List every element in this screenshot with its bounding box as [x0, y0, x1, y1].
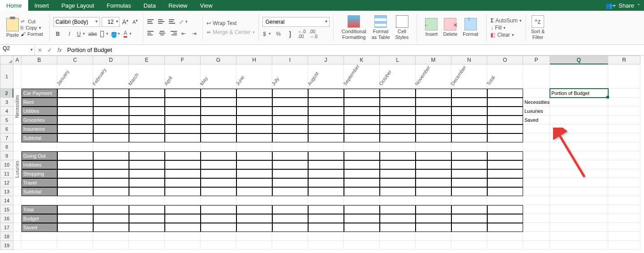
cell-Q10[interactable]	[550, 160, 608, 169]
cell-P9[interactable]	[523, 151, 550, 160]
cell-M15[interactable]	[416, 205, 451, 214]
cell-L6[interactable]	[380, 124, 416, 133]
cell-C4[interactable]	[57, 107, 93, 116]
cell-R1[interactable]	[608, 64, 640, 89]
cell-H10[interactable]	[236, 160, 272, 169]
cell-C6[interactable]	[57, 124, 93, 133]
cell-D7[interactable]	[93, 133, 129, 142]
cell-A12[interactable]	[13, 178, 21, 187]
cell-L3[interactable]	[380, 98, 416, 107]
cell-R19[interactable]	[608, 241, 640, 250]
cell-D3[interactable]	[93, 98, 129, 107]
cell-O15[interactable]	[487, 205, 523, 214]
cell-I13[interactable]	[272, 187, 308, 196]
cell-G3[interactable]	[201, 98, 236, 107]
cell-E7[interactable]	[129, 133, 165, 142]
decrease-decimal-button[interactable]: .00→.0	[309, 30, 318, 39]
col-header-J[interactable]: J	[308, 56, 344, 64]
cell-L4[interactable]	[380, 107, 416, 116]
cell-R14[interactable]	[608, 196, 640, 205]
cell-styles-button[interactable]: Cell Styles	[394, 15, 411, 39]
insert-cells-button[interactable]: ←Insert	[423, 18, 439, 37]
increase-font-button[interactable]: A▴	[121, 17, 129, 27]
cell-B19[interactable]	[21, 241, 57, 250]
cell-C16[interactable]	[57, 214, 93, 223]
cell-B12[interactable]: Travel	[21, 178, 57, 187]
cell-O8[interactable]	[487, 142, 523, 151]
row-header-9[interactable]: 9	[0, 151, 13, 160]
cell-N3[interactable]	[451, 98, 487, 107]
tab-insert[interactable]: Insert	[28, 0, 56, 11]
cell-M18[interactable]	[416, 232, 451, 241]
tab-page-layout[interactable]: Page Layout	[55, 0, 100, 11]
cell-L12[interactable]	[380, 178, 416, 187]
cell-C15[interactable]	[57, 205, 93, 214]
cell-K1[interactable]: September	[344, 64, 380, 89]
cell-K18[interactable]	[344, 232, 380, 241]
cell-Q13[interactable]	[550, 187, 608, 196]
clear-button[interactable]: ◧Clear ▾	[490, 32, 522, 38]
cell-C18[interactable]	[57, 232, 93, 241]
formula-input[interactable]	[64, 47, 644, 53]
cell-O12[interactable]	[487, 178, 523, 187]
cell-H1[interactable]: June	[236, 64, 272, 89]
cell-D16[interactable]	[93, 214, 129, 223]
cell-N9[interactable]	[451, 151, 487, 160]
cell-I12[interactable]	[272, 178, 308, 187]
cell-O5[interactable]	[487, 116, 523, 124]
cell-P2[interactable]	[523, 89, 550, 98]
cell-H5[interactable]	[236, 116, 272, 124]
cell-O3[interactable]	[487, 98, 523, 107]
cell-J13[interactable]	[308, 187, 344, 196]
cell-A7[interactable]	[13, 133, 21, 142]
cell-L9[interactable]	[380, 151, 416, 160]
cut-button[interactable]: ✂Cut	[21, 18, 43, 24]
col-header-C[interactable]: C	[57, 56, 93, 64]
cell-G8[interactable]	[201, 142, 236, 151]
cell-L19[interactable]	[380, 241, 416, 250]
cell-R6[interactable]	[608, 124, 640, 133]
align-bottom-button[interactable]	[168, 17, 177, 26]
cell-K10[interactable]	[344, 160, 380, 169]
col-header-K[interactable]: K	[344, 56, 380, 64]
cell-Q4[interactable]	[550, 107, 608, 116]
cell-G2[interactable]	[201, 89, 236, 98]
wrap-text-button[interactable]: ↩Wrap Text	[206, 20, 255, 26]
cell-G17[interactable]	[201, 223, 236, 232]
cell-G11[interactable]	[201, 169, 236, 178]
cell-J17[interactable]	[308, 223, 344, 232]
cell-F18[interactable]	[165, 232, 201, 241]
cell-M19[interactable]	[416, 241, 451, 250]
cell-P19[interactable]	[523, 241, 550, 250]
cell-J14[interactable]	[308, 196, 344, 205]
row-header-18[interactable]: 18	[0, 232, 13, 241]
cell-R16[interactable]	[608, 214, 640, 223]
cell-E12[interactable]	[129, 178, 165, 187]
cell-F14[interactable]	[165, 196, 201, 205]
cell-I16[interactable]	[272, 214, 308, 223]
cell-D14[interactable]	[93, 196, 129, 205]
cell-G1[interactable]: May	[201, 64, 236, 89]
cell-G14[interactable]	[201, 196, 236, 205]
cell-Q12[interactable]	[550, 178, 608, 187]
cell-D8[interactable]	[93, 142, 129, 151]
cell-J18[interactable]	[308, 232, 344, 241]
italic-button[interactable]: I	[65, 30, 74, 39]
cell-H16[interactable]	[236, 214, 272, 223]
cell-O10[interactable]	[487, 160, 523, 169]
cell-E11[interactable]	[129, 169, 165, 178]
cell-A4[interactable]: Necessities	[13, 107, 21, 116]
col-header-F[interactable]: F	[165, 56, 201, 64]
cell-L8[interactable]	[380, 142, 416, 151]
cell-K13[interactable]	[344, 187, 380, 196]
cell-N7[interactable]	[451, 133, 487, 142]
cell-I6[interactable]	[272, 124, 308, 133]
cell-P18[interactable]	[523, 232, 550, 241]
cell-R5[interactable]	[608, 116, 640, 124]
cell-C17[interactable]	[57, 223, 93, 232]
cell-B18[interactable]	[21, 232, 57, 241]
cell-E9[interactable]	[129, 151, 165, 160]
increase-decimal-button[interactable]: ←.0.00	[297, 30, 306, 39]
cell-K6[interactable]	[344, 124, 380, 133]
cell-H7[interactable]	[236, 133, 272, 142]
